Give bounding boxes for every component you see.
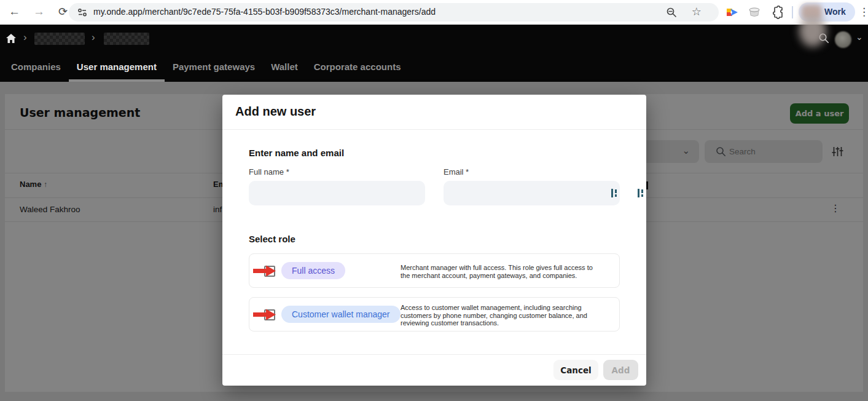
browser-menu-icon[interactable]: ⋮ — [859, 6, 868, 18]
main-nav-tabs: Companies User management Payment gatewa… — [3, 57, 409, 82]
divider — [222, 354, 646, 355]
full-name-input[interactable] — [249, 181, 425, 205]
full-access-chip[interactable]: Full access — [281, 262, 345, 279]
browser-back-icon[interactable]: ← — [9, 5, 20, 18]
screenshot-stage: ← → ⟳ my.onde.app/merchant/9c7ede75-75fa… — [0, 0, 868, 401]
bookmark-star-icon[interactable]: ☆ — [692, 5, 702, 18]
zoom-icon[interactable] — [666, 7, 677, 20]
tab-user-management[interactable]: User management — [69, 57, 165, 82]
customer-wallet-manager-chip[interactable]: Customer wallet manager — [281, 306, 401, 323]
extensions-puzzle-icon[interactable] — [770, 5, 784, 20]
section-select-role: Select role — [249, 234, 295, 244]
avatar-chevron-down-icon[interactable]: ⌄ — [856, 32, 863, 42]
email-input[interactable] — [444, 181, 620, 205]
tab-companies[interactable]: Companies — [3, 57, 69, 82]
browser-toolbar: ← → ⟳ my.onde.app/merchant/9c7ede75-75fa… — [0, 0, 868, 25]
annotation-arrow-full-access — [253, 265, 276, 277]
section-enter-name-email: Enter name and email — [249, 148, 344, 158]
breadcrumb-chevron-icon: › — [23, 31, 27, 44]
redacted-breadcrumb-2[interactable] — [104, 33, 149, 45]
add-new-user-modal: Add new user Enter name and email Full n… — [222, 95, 646, 386]
app-header: › › ⌄ Companies User management Payment … — [0, 25, 868, 82]
annotation-arrow-customer-wallet — [253, 309, 276, 320]
profile-name: Work — [824, 7, 846, 17]
redacted-breadcrumb-1[interactable] — [34, 33, 85, 45]
browser-refresh-icon[interactable]: ⟳ — [58, 5, 68, 18]
add-button-disabled[interactable]: Add — [603, 360, 638, 380]
role-description: Access to customer wallet management, in… — [401, 304, 598, 327]
home-icon[interactable] — [6, 33, 17, 46]
cancel-button[interactable]: Cancel — [553, 360, 598, 380]
role-description: Merchant manager with full access. This … — [401, 264, 598, 279]
browser-forward-icon[interactable]: → — [33, 5, 45, 18]
password-manager-autofill-icon[interactable] — [638, 188, 645, 198]
divider — [222, 129, 646, 130]
tab-corporate-accounts[interactable]: Corporate accounts — [306, 57, 409, 82]
site-info-icon[interactable] — [77, 7, 87, 17]
tab-wallet[interactable]: Wallet — [263, 57, 306, 82]
avatar-blur-smudge — [799, 15, 826, 47]
extension-arrow-icon[interactable] — [725, 5, 740, 20]
full-name-label: Full name * — [249, 167, 289, 177]
email-label: Email * — [444, 167, 469, 177]
user-avatar[interactable] — [835, 31, 851, 48]
url-text[interactable]: my.onde.app/merchant/9c7ede75-75fa-4155-… — [93, 7, 436, 17]
role-option-full-access[interactable]: Full access Merchant manager with full a… — [249, 253, 620, 288]
role-option-customer-wallet-manager[interactable]: Customer wallet manager Access to custom… — [249, 297, 620, 332]
breadcrumb-chevron-icon: › — [92, 31, 95, 44]
toolbar-separator — [792, 6, 793, 18]
url-bar[interactable]: my.onde.app/merchant/9c7ede75-75fa-4155-… — [69, 3, 719, 22]
password-manager-autofill-icon[interactable] — [611, 188, 619, 198]
extension-cup-icon[interactable] — [747, 5, 762, 20]
modal-title: Add new user — [235, 105, 316, 119]
tab-payment-gateways[interactable]: Payment gateways — [165, 57, 263, 82]
